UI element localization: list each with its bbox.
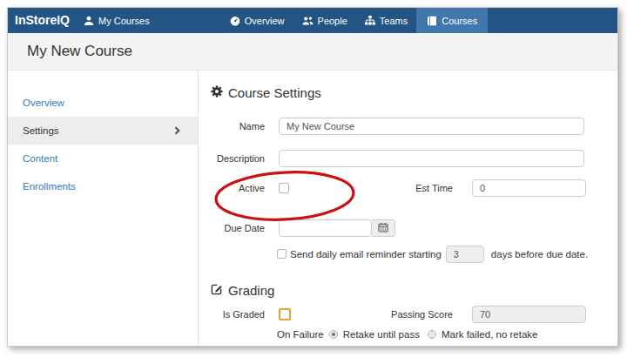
brand-logo[interactable]: InStoreIQ (8, 8, 75, 33)
course-settings-heading: Course Settings (211, 84, 602, 100)
nav-label: Overview (245, 16, 285, 26)
sidebar-item-overview[interactable]: Overview (8, 89, 198, 117)
pencil-square-icon (211, 283, 223, 298)
top-navbar: InStoreIQ My Courses Overview People Tea… (8, 8, 617, 33)
retake-radio-label: Retake until pass (343, 329, 420, 340)
active-checkbox[interactable] (279, 183, 289, 193)
sidebar-item-label: Content (23, 153, 57, 164)
mark-failed-radio-label: Mark failed, no retake (442, 329, 538, 340)
book-icon (427, 16, 437, 26)
reminder-row: Send daily email reminder starting days … (277, 246, 602, 262)
sidebar-item-content[interactable]: Content (8, 145, 198, 172)
due-date-row: Due Date (211, 219, 602, 237)
due-date-input[interactable] (279, 219, 372, 237)
sidebar-item-enrollments[interactable]: Enrollments (8, 172, 198, 200)
nav-item-people[interactable]: People (293, 8, 356, 33)
is-graded-label: Is Graded (211, 309, 265, 320)
people-icon (302, 16, 314, 26)
nav-item-my-courses[interactable]: My Courses (75, 8, 158, 33)
section-title: Grading (228, 283, 274, 298)
nav-label: Teams (380, 16, 408, 26)
sitemap-icon (365, 16, 375, 25)
nav-item-courses[interactable]: Courses (416, 8, 488, 33)
nav-item-overview[interactable]: Overview (221, 8, 293, 33)
app-window: InStoreIQ My Courses Overview People Tea… (7, 7, 618, 347)
calendar-button[interactable] (372, 219, 395, 237)
section-title: Course Settings (228, 85, 321, 100)
name-input[interactable] (279, 118, 584, 135)
name-row: Name (211, 118, 602, 135)
gear-icon (211, 85, 223, 100)
page-title: My New Course (8, 43, 132, 60)
retake-radio[interactable] (329, 330, 338, 339)
is-graded-checkbox[interactable] (279, 308, 291, 320)
on-failure-label: On Failure (277, 329, 324, 340)
active-row: Active Est Time (211, 179, 602, 198)
nav-label: Courses (442, 16, 477, 26)
nav-label: People (318, 16, 347, 26)
due-date-label: Due Date (211, 223, 265, 233)
user-icon (84, 16, 94, 26)
sidebar-item-settings[interactable]: Settings (8, 117, 198, 145)
active-label: Active (211, 183, 265, 193)
sidebar-item-label: Enrollments (23, 181, 76, 192)
page-header: My New Course (8, 33, 617, 71)
on-failure-row: On Failure Retake until pass Mark failed… (277, 327, 602, 341)
nav-item-teams[interactable]: Teams (356, 8, 416, 33)
reminder-text-suffix: days before due date. (491, 249, 588, 260)
passing-score-input[interactable] (472, 306, 586, 323)
est-time-input[interactable] (472, 179, 586, 197)
passing-score-label: Passing Score (291, 309, 453, 320)
est-time-label: Est Time (289, 183, 453, 193)
reminder-checkbox[interactable] (277, 249, 287, 259)
description-row: Description (211, 150, 602, 167)
content-area: Overview Settings Content Enrollments Co… (8, 71, 617, 346)
sidebar-item-label: Overview (23, 98, 64, 108)
sidebar-item-label: Settings (23, 125, 59, 136)
sidebar: Overview Settings Content Enrollments (8, 71, 199, 346)
chevron-right-icon (174, 126, 180, 137)
calendar-icon (378, 220, 388, 236)
name-label: Name (211, 121, 265, 131)
grading-heading: Grading (211, 282, 602, 298)
dashboard-icon (230, 16, 240, 26)
is-graded-row: Is Graded Passing Score (211, 306, 602, 323)
description-input[interactable] (279, 150, 584, 167)
settings-panel: Course Settings Name Description Active … (199, 71, 617, 346)
mark-failed-radio[interactable] (428, 330, 436, 339)
description-label: Description (211, 153, 265, 164)
reminder-text-prefix: Send daily email reminder starting (290, 249, 442, 260)
nav-label: My Courses (98, 16, 150, 26)
reminder-days-input[interactable] (446, 246, 484, 263)
